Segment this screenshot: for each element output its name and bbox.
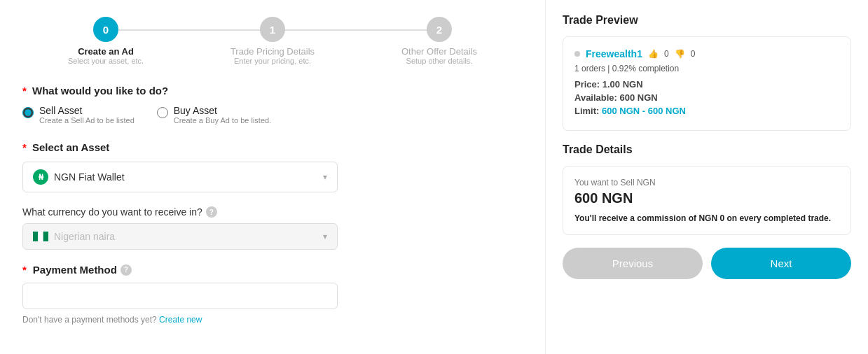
- currency-help-icon[interactable]: ?: [206, 206, 217, 218]
- currency-select-box[interactable]: Nigerian naira ▾: [22, 223, 338, 250]
- payment-method-label: * Payment Method ?: [22, 264, 523, 276]
- step-0: 0 Create an Ad Select your asset, etc.: [22, 17, 189, 65]
- step-1: 1 Trade Pricing Details Enter your prici…: [189, 17, 356, 65]
- step-2: 2 Other Offer Details Setup other detail…: [356, 17, 523, 65]
- limit-value: 600 NGN - 600 NGN: [602, 106, 686, 116]
- right-panel: Trade Preview Freewealth1 👍 0 👎 0 1 orde…: [546, 0, 868, 354]
- currency-label: What currency do you want to receive in?…: [22, 206, 523, 218]
- what-to-do-label: * What would you like to do?: [22, 85, 523, 97]
- buy-asset-radio[interactable]: [157, 107, 168, 118]
- payment-method-help-icon[interactable]: ?: [120, 264, 132, 276]
- limit-row: Limit: 600 NGN - 600 NGN: [574, 106, 839, 116]
- currency-chevron-icon: ▾: [323, 232, 327, 241]
- what-to-do-section: * What would you like to do? Sell Asset …: [22, 85, 523, 125]
- asset-chevron-icon: ▾: [323, 172, 327, 182]
- trade-preview-title: Trade Preview: [563, 14, 851, 27]
- svg-rect-0: [33, 232, 38, 241]
- svg-rect-1: [38, 232, 43, 241]
- trade-preview-card: Freewealth1 👍 0 👎 0 1 orders | 0.92% com…: [563, 36, 851, 131]
- trade-details-title: Trade Details: [563, 143, 851, 156]
- select-asset-section: * Select an Asset ₦ NGN Fiat Wallet ▾: [22, 141, 523, 192]
- asset-select-wrapper: ₦ NGN Fiat Wallet ▾: [22, 162, 523, 192]
- previous-button[interactable]: Previous: [563, 248, 703, 279]
- nigeria-flag-icon: [33, 232, 48, 241]
- thumbs-down-count: 0: [691, 49, 696, 59]
- asset-select-box[interactable]: ₦ NGN Fiat Wallet ▾: [22, 162, 338, 192]
- payment-method-section: * Payment Method ? Don't have a payment …: [22, 264, 523, 325]
- svg-rect-2: [43, 232, 48, 241]
- thumbs-up-count: 0: [664, 49, 669, 59]
- username: Freewealth1: [586, 48, 642, 59]
- step-0-label: Create an Ad Select your asset, etc.: [68, 46, 144, 65]
- step-0-circle: 0: [93, 17, 118, 42]
- trade-amount: 600 NGN: [574, 190, 839, 206]
- currency-select-wrapper: Nigerian naira ▾: [22, 223, 523, 250]
- next-button[interactable]: Next: [711, 248, 851, 279]
- no-payment-text: Don't have a payment methods yet? Create…: [22, 315, 523, 325]
- thumbs-down-icon: 👎: [675, 49, 685, 59]
- price-row: Price: 1.00 NGN: [574, 79, 839, 90]
- left-panel: 0 Create an Ad Select your asset, etc. 1…: [0, 0, 546, 354]
- trade-sell-label: You want to Sell NGN: [574, 178, 839, 187]
- currency-section: What currency do you want to receive in?…: [22, 206, 523, 250]
- button-row: Previous Next: [563, 248, 851, 279]
- sell-asset-radio[interactable]: [22, 107, 34, 118]
- step-2-circle: 2: [427, 17, 452, 42]
- wallet-icon: ₦: [33, 169, 48, 185]
- sell-asset-option[interactable]: Sell Asset Create a Sell Ad to be listed: [22, 105, 135, 125]
- required-star-3: *: [22, 264, 27, 276]
- available-row: Available: 600 NGN: [574, 92, 839, 103]
- trade-details-card: You want to Sell NGN 600 NGN You'll rece…: [563, 166, 851, 235]
- select-asset-label: * Select an Asset: [22, 141, 523, 153]
- create-new-link[interactable]: Create new: [159, 315, 202, 325]
- commission-text: You'll receive a commission of NGN 0 on …: [574, 213, 839, 223]
- buy-asset-option[interactable]: Buy Asset Create a Buy Ad to be listed.: [157, 105, 271, 125]
- required-star-2: *: [22, 141, 27, 153]
- step-2-label: Other Offer Details Setup other details.: [401, 46, 477, 65]
- orders-row: 1 orders | 0.92% completion: [574, 64, 839, 73]
- radio-group: Sell Asset Create a Sell Ad to be listed…: [22, 105, 523, 125]
- step-1-circle: 1: [260, 17, 285, 42]
- payment-method-input[interactable]: [22, 283, 338, 309]
- stepper: 0 Create an Ad Select your asset, etc. 1…: [22, 17, 523, 65]
- required-star-1: *: [22, 85, 27, 97]
- step-1-label: Trade Pricing Details Enter your pricing…: [230, 46, 315, 65]
- thumbs-up-icon: 👍: [648, 49, 659, 59]
- user-status-dot: [574, 51, 580, 57]
- user-row: Freewealth1 👍 0 👎 0: [574, 48, 839, 59]
